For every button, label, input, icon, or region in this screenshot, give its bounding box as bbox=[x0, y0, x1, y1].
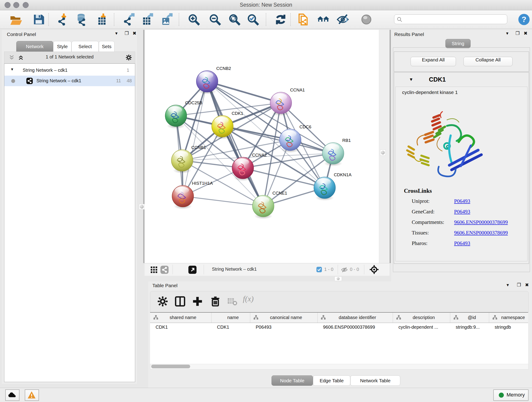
network-edge[interactable] bbox=[207, 81, 263, 206]
column-header[interactable]: name bbox=[211, 313, 250, 323]
tab-network-table[interactable]: Network Table bbox=[350, 375, 400, 386]
network-node[interactable]: CCNA1 bbox=[270, 88, 305, 116]
search-input[interactable] bbox=[404, 15, 504, 23]
panel-menu-icon[interactable]: ▾ bbox=[113, 30, 120, 37]
network-edge[interactable] bbox=[207, 81, 281, 103]
column-header[interactable]: database identifier bbox=[317, 313, 393, 323]
network-node[interactable]: CDKN1A bbox=[314, 172, 351, 201]
gear-icon[interactable] bbox=[125, 54, 132, 61]
right-panel-divider[interactable] bbox=[389, 30, 391, 263]
network-row-selected[interactable]: String Network – cdk1 11 48 bbox=[4, 76, 135, 86]
float-panel-icon[interactable]: ❐ bbox=[514, 30, 521, 37]
table-cell[interactable]: stringdb bbox=[495, 325, 511, 330]
hidden-eye-icon[interactable] bbox=[341, 266, 348, 273]
zoom-selected-icon[interactable] bbox=[247, 13, 259, 26]
table-cell[interactable]: P06493 bbox=[256, 325, 272, 330]
clone-network-icon[interactable] bbox=[297, 13, 310, 26]
network-type-icon bbox=[26, 77, 33, 84]
crosslink-link[interactable]: P06493 bbox=[454, 198, 470, 204]
network-view-icon[interactable] bbox=[160, 265, 169, 274]
table-cell[interactable]: CDK1 bbox=[156, 325, 168, 330]
show-columns-icon[interactable] bbox=[174, 295, 186, 307]
zoom-fit-icon[interactable] bbox=[228, 13, 241, 26]
tab-style[interactable]: Style bbox=[53, 41, 71, 52]
grid-view-icon[interactable] bbox=[150, 266, 158, 274]
gear-icon[interactable] bbox=[157, 295, 169, 307]
control-panel-title: Control Panel bbox=[7, 32, 36, 37]
crosslink-link[interactable]: 9606.ENSP00000378699 bbox=[454, 230, 508, 236]
home-pair-icon[interactable] bbox=[317, 13, 330, 26]
network-edge[interactable] bbox=[183, 81, 207, 196]
add-column-icon[interactable] bbox=[191, 295, 203, 307]
expand-all-button[interactable]: Expand All bbox=[411, 57, 456, 66]
network-canvas[interactable]: CCNB2 CCNA1 CDC25B CDK1 CDC6 RB1 CCNB1 C… bbox=[145, 30, 379, 263]
table-cell[interactable]: 9606.ENSP00000378699 bbox=[323, 325, 375, 330]
export-table-icon[interactable] bbox=[141, 13, 153, 26]
network-node[interactable]: CDK1 bbox=[212, 111, 243, 139]
tab-select[interactable]: Select bbox=[71, 41, 99, 52]
column-header[interactable]: description bbox=[393, 313, 450, 323]
import-table-icon[interactable] bbox=[95, 13, 108, 26]
main-toolbar: ? bbox=[0, 10, 532, 29]
tab-edge-table[interactable]: Edge Table bbox=[313, 375, 350, 386]
crosslink-link[interactable]: P06493 bbox=[454, 209, 470, 215]
gene-name: CDK1 bbox=[429, 76, 446, 83]
crosslink-link[interactable]: 9606.ENSP00000378699 bbox=[454, 219, 508, 225]
birdseye-toggle-icon[interactable] bbox=[188, 265, 197, 274]
column-header[interactable]: shared name bbox=[150, 313, 211, 323]
right-divider-handle[interactable] bbox=[380, 150, 386, 156]
section-expander-icon[interactable]: ▼ bbox=[409, 77, 413, 82]
network-node[interactable]: RB1 bbox=[322, 138, 351, 166]
scrollbar-thumb[interactable] bbox=[151, 365, 190, 368]
close-panel-icon[interactable]: ✖ bbox=[523, 281, 531, 288]
import-network-file-icon[interactable] bbox=[56, 13, 69, 26]
zoom-out-icon[interactable] bbox=[209, 13, 221, 26]
table-cell[interactable]: CDK1 bbox=[217, 325, 229, 330]
import-network-database-icon[interactable] bbox=[75, 13, 88, 26]
close-panel-icon[interactable]: ✖ bbox=[522, 30, 530, 37]
search-field[interactable] bbox=[394, 14, 507, 24]
network-collection-row[interactable]: ▼ String Network – cdk1 1 bbox=[4, 65, 135, 76]
network-node[interactable]: CCNB2 bbox=[196, 66, 231, 95]
panel-menu-icon[interactable]: ▾ bbox=[504, 281, 512, 288]
memory-button[interactable]: Memory bbox=[493, 389, 529, 401]
collapse-all-button[interactable]: Collapse All bbox=[463, 57, 513, 66]
export-network-icon[interactable] bbox=[122, 13, 135, 26]
column-header-label: @id bbox=[463, 315, 476, 320]
tab-network[interactable]: Network bbox=[16, 41, 53, 52]
left-divider-handle[interactable] bbox=[139, 204, 145, 210]
close-panel-icon[interactable]: ✖ bbox=[131, 30, 138, 37]
table-horizontal-scrollbar[interactable] bbox=[150, 364, 529, 370]
collection-count: 1 bbox=[127, 68, 129, 73]
hide-unhide-icon[interactable] bbox=[336, 13, 349, 26]
tab-string[interactable]: String bbox=[445, 39, 471, 48]
tab-node-table[interactable]: Node Table bbox=[272, 375, 313, 386]
column-header[interactable]: canonical name bbox=[250, 313, 317, 323]
results-panel-title: Results Panel bbox=[394, 32, 424, 37]
network-node[interactable]: HIST1H1A bbox=[172, 181, 213, 209]
column-header[interactable]: namespace bbox=[489, 313, 528, 323]
panel-menu-icon[interactable]: ▾ bbox=[503, 30, 511, 37]
open-session-icon[interactable] bbox=[9, 13, 22, 26]
table-cell[interactable]: stringdb:9... bbox=[456, 325, 480, 330]
cloud-button[interactable] bbox=[5, 389, 19, 401]
network-edge[interactable] bbox=[183, 196, 263, 206]
selected-checkbox-icon[interactable] bbox=[316, 267, 322, 273]
horizontal-divider-handle[interactable] bbox=[335, 276, 342, 281]
export-image-icon[interactable] bbox=[160, 13, 173, 26]
tree-expander-icon[interactable]: ▼ bbox=[10, 67, 14, 71]
delete-column-trash-icon[interactable] bbox=[209, 295, 221, 307]
refresh-icon[interactable] bbox=[274, 13, 287, 26]
fit-content-crosshair-icon[interactable] bbox=[369, 264, 379, 274]
help-icon[interactable]: ? bbox=[518, 13, 530, 26]
float-panel-icon[interactable]: ❐ bbox=[123, 30, 131, 37]
zoom-in-icon[interactable] bbox=[187, 13, 200, 26]
save-session-icon[interactable] bbox=[32, 13, 45, 26]
table-cell[interactable]: cyclin-dependent ... bbox=[399, 325, 438, 330]
warnings-button[interactable] bbox=[25, 389, 39, 401]
tab-sets[interactable]: Sets bbox=[99, 41, 114, 52]
crosslink-link[interactable]: P06493 bbox=[454, 240, 470, 246]
float-panel-icon[interactable]: ❐ bbox=[515, 281, 523, 288]
sphere-icon[interactable] bbox=[360, 13, 373, 26]
column-header[interactable]: @id bbox=[450, 313, 489, 323]
